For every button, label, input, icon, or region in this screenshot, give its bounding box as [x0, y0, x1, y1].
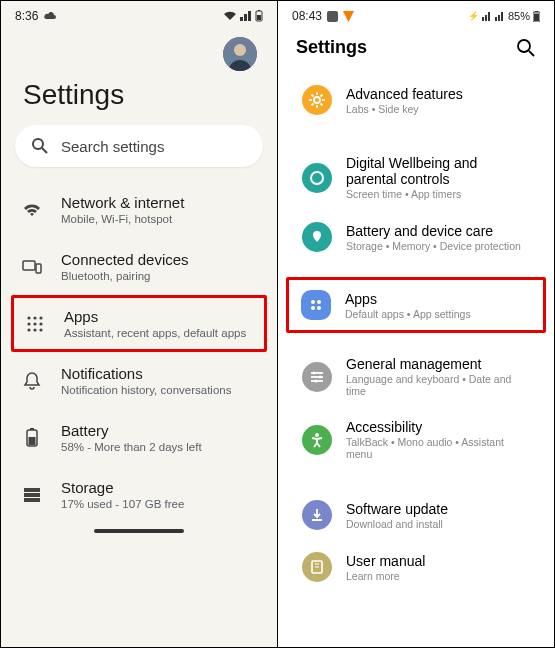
- svg-point-17: [39, 328, 42, 331]
- settings-item-manual[interactable]: User manualLearn more: [288, 541, 544, 593]
- accessibility-icon: [309, 432, 325, 448]
- svg-point-9: [27, 316, 30, 319]
- search-icon: [31, 137, 49, 155]
- svg-point-30: [314, 97, 320, 103]
- apps-grid-icon: [26, 315, 44, 333]
- status-time: 8:36: [15, 9, 38, 23]
- svg-point-47: [313, 371, 316, 374]
- svg-rect-26: [534, 13, 539, 21]
- svg-rect-24: [327, 11, 338, 22]
- svg-point-40: [311, 300, 315, 304]
- signal-icon: [482, 12, 492, 21]
- svg-point-42: [311, 306, 315, 310]
- svg-rect-7: [23, 261, 35, 270]
- gear-icon: [309, 92, 325, 108]
- svg-point-41: [317, 300, 321, 304]
- svg-point-15: [27, 328, 30, 331]
- settings-item-devicecare[interactable]: Battery and device careStorage • Memory …: [288, 211, 544, 263]
- sliders-icon: [309, 369, 325, 385]
- care-icon: [309, 229, 325, 245]
- settings-item-apps[interactable]: AppsDefault apps • App settings: [289, 280, 543, 330]
- battery-pct: 85%: [508, 10, 530, 22]
- wellbeing-icon: [309, 170, 325, 186]
- pic-icon: [327, 11, 338, 22]
- svg-point-5: [33, 139, 43, 149]
- book-icon: [309, 559, 325, 575]
- settings-item-wellbeing[interactable]: Digital Wellbeing and parental controlsS…: [288, 144, 544, 211]
- svg-line-38: [321, 95, 323, 97]
- svg-point-28: [518, 40, 530, 52]
- svg-line-36: [321, 104, 323, 106]
- status-time: 08:43: [292, 9, 322, 23]
- nav-pill[interactable]: [94, 529, 184, 533]
- signal-icon: [240, 11, 252, 21]
- status-bar: 08:43 ⚡ 85%: [278, 1, 554, 27]
- settings-item-software[interactable]: Software updateDownload and install: [288, 489, 544, 541]
- badge-icon: [343, 11, 354, 22]
- svg-line-37: [312, 104, 314, 106]
- battery-icon: [255, 10, 263, 22]
- status-bar: 8:36: [1, 1, 277, 27]
- svg-point-14: [39, 322, 42, 325]
- svg-point-39: [311, 172, 323, 184]
- svg-point-16: [33, 328, 36, 331]
- settings-item-storage[interactable]: Storage17% used - 107 GB free: [1, 466, 277, 523]
- svg-point-10: [33, 316, 36, 319]
- cloud-icon: [43, 11, 57, 21]
- svg-point-13: [33, 322, 36, 325]
- wifi-icon: [223, 11, 237, 21]
- highlighted-apps-samsung: AppsDefault apps • App settings: [286, 277, 546, 333]
- svg-point-49: [315, 379, 318, 382]
- search-settings[interactable]: Search settings: [15, 125, 263, 167]
- svg-point-48: [319, 375, 322, 378]
- svg-rect-23: [24, 498, 40, 502]
- page-title: Settings: [1, 75, 277, 125]
- svg-point-43: [317, 306, 321, 310]
- settings-item-apps[interactable]: AppsAssistant, recent apps, default apps: [14, 298, 264, 349]
- svg-line-35: [312, 95, 314, 97]
- settings-item-advanced[interactable]: Advanced featuresLabs • Side key: [288, 74, 544, 126]
- settings-item-general[interactable]: General managementLanguage and keyboard …: [288, 345, 544, 408]
- volte-icon: ⚡: [468, 11, 479, 21]
- samsung-screen: 08:43 ⚡ 85% Settings: [278, 1, 554, 647]
- svg-rect-21: [24, 488, 40, 492]
- apps-icon: [308, 297, 324, 313]
- wifi-icon: [22, 202, 42, 218]
- download-icon: [309, 507, 325, 523]
- settings-item-notifications[interactable]: NotificationsNotification history, conve…: [1, 352, 277, 409]
- page-title: Settings: [296, 37, 367, 58]
- settings-item-connected[interactable]: Connected devicesBluetooth, pairing: [1, 238, 277, 295]
- highlighted-apps-stock: AppsAssistant, recent apps, default apps: [11, 295, 267, 352]
- svg-line-6: [42, 148, 47, 153]
- settings-item-network[interactable]: Network & internetMobile, Wi-Fi, hotspot: [1, 181, 277, 238]
- svg-rect-2: [258, 10, 260, 11]
- profile-avatar[interactable]: [223, 37, 257, 71]
- svg-point-50: [315, 433, 319, 437]
- settings-item-accessibility[interactable]: AccessibilityTalkBack • Mono audio • Ass…: [288, 408, 544, 471]
- search-placeholder: Search settings: [61, 138, 164, 155]
- svg-rect-27: [535, 11, 538, 12]
- storage-icon: [23, 487, 41, 503]
- svg-point-4: [234, 44, 246, 56]
- bell-icon: [23, 371, 41, 391]
- svg-rect-19: [29, 437, 36, 445]
- signal-icon: [495, 12, 505, 21]
- battery-icon: [26, 428, 38, 448]
- svg-point-12: [27, 322, 30, 325]
- svg-point-11: [39, 316, 42, 319]
- svg-rect-22: [24, 493, 40, 497]
- devices-icon: [22, 259, 42, 275]
- svg-line-29: [529, 51, 534, 56]
- settings-item-battery[interactable]: Battery58% - More than 2 days left: [1, 409, 277, 466]
- battery-icon: [533, 11, 540, 22]
- svg-rect-20: [30, 428, 34, 430]
- search-icon[interactable]: [516, 38, 536, 58]
- svg-rect-1: [257, 15, 261, 20]
- stock-android-screen: 8:36 Settings Search sett: [1, 1, 277, 647]
- svg-rect-8: [36, 264, 41, 273]
